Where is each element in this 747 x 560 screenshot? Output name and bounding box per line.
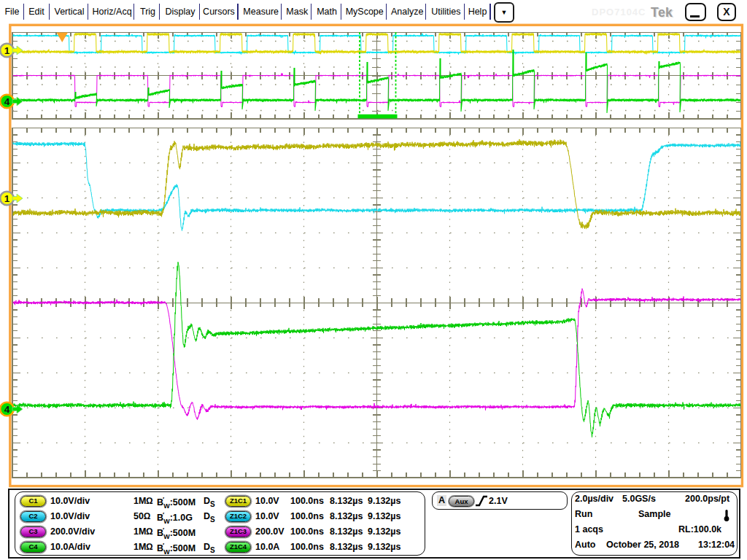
svg-text:1: 1 [4,193,10,204]
svg-text:1: 1 [4,45,10,56]
svg-text:4: 4 [4,96,10,107]
svg-text:4: 4 [4,404,10,415]
